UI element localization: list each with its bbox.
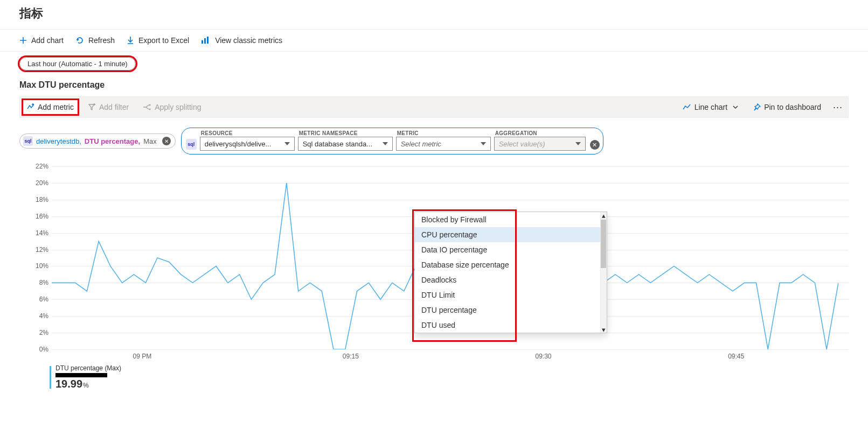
x-axis-label: 09:15 [343, 353, 359, 360]
x-axis-label: 09:30 [535, 353, 551, 360]
aggregation-value: Select value(s) [499, 140, 545, 148]
dropdown-item[interactable]: Data IO percentage [415, 242, 607, 257]
refresh-button[interactable]: Refresh [75, 36, 115, 45]
scroll-up-icon[interactable]: ▴ [601, 213, 606, 218]
main-toolbar: Add chart Refresh Export to Excel View c… [0, 30, 868, 52]
aggregation-select[interactable]: Select value(s) [494, 137, 586, 151]
add-chart-label: Add chart [31, 36, 64, 45]
resource-select[interactable]: deliverysqlsh/delive... [200, 137, 295, 151]
sql-badge-icon: sql [23, 136, 33, 146]
y-axis-label: 8% [39, 279, 48, 286]
chart-type-label: Line chart [695, 103, 727, 111]
legend: DTU percentage (Max) 19.99% [19, 364, 849, 390]
legend-label: DTU percentage (Max) [55, 364, 121, 372]
aggregation-label: AGGREGATION [494, 130, 586, 136]
line-chart-icon [683, 103, 691, 111]
y-axis-label: 18% [36, 196, 48, 203]
scroll-down-icon[interactable]: ▾ [601, 327, 606, 332]
time-range-label: Last hour (Automatic - 1 minute) [27, 60, 128, 68]
bar-chart-icon [201, 36, 211, 45]
apply-splitting-label: Apply splitting [155, 103, 201, 111]
dropdown-item[interactable]: CPU percentage [415, 227, 607, 242]
legend-unit: % [83, 382, 89, 389]
download-icon [127, 36, 134, 45]
legend-value: 19.99 [55, 378, 82, 390]
y-axis-label: 22% [36, 163, 48, 170]
pill-agg-label: Max [143, 137, 157, 145]
sql-badge-icon: sql [186, 139, 197, 150]
view-classic-metrics-button[interactable]: View classic metrics [201, 36, 282, 45]
dropdown-item[interactable]: Database size percentage [415, 257, 607, 272]
export-excel-button[interactable]: Export to Excel [127, 36, 189, 45]
view-classic-label: View classic metrics [215, 36, 282, 45]
add-metric-button[interactable]: Add metric [23, 100, 78, 114]
filter-icon [88, 103, 96, 111]
scrollbar[interactable]: ▴ ▾ [600, 212, 607, 333]
metric-label: METRIC [396, 130, 491, 136]
svg-rect-0 [202, 40, 203, 44]
add-metric-icon [27, 103, 34, 111]
time-range-pill[interactable]: Last hour (Automatic - 1 minute) [19, 57, 136, 71]
resource-label: RESOURCE [200, 130, 295, 136]
y-axis-label: 4% [39, 312, 48, 320]
apply-splitting-button[interactable]: Apply splitting [140, 101, 204, 114]
metric-config-row: sql deliverytestdb, DTU percentage, Max … [19, 128, 849, 154]
legend-redacted-bar [55, 373, 107, 377]
pin-label: Pin to dashboard [764, 103, 821, 111]
pill-db-label: deliverytestdb, [36, 137, 81, 145]
existing-metric-pill[interactable]: sql deliverytestdb, DTU percentage, Max … [19, 133, 176, 149]
chevron-down-icon [733, 106, 738, 109]
chart-type-dropdown[interactable]: Line chart [679, 101, 741, 114]
export-excel-label: Export to Excel [138, 36, 189, 45]
x-axis-label: 09 PM [133, 353, 152, 360]
x-axis-label: 09:45 [728, 353, 744, 360]
metric-toolbar: Add metric Add filter Apply splitting Li… [19, 96, 849, 118]
remove-pill-button[interactable]: ✕ [162, 137, 171, 145]
dropdown-item[interactable]: DTU percentage [415, 303, 607, 318]
dropdown-item[interactable]: DTU used [415, 318, 607, 333]
close-selector-button[interactable]: ✕ [590, 140, 600, 150]
refresh-label: Refresh [88, 36, 115, 45]
page-title: 指标 [19, 5, 849, 22]
metric-selector-group: sql RESOURCE deliverysqlsh/delive... MET… [181, 128, 603, 154]
y-axis-label: 12% [36, 246, 48, 254]
svg-point-3 [149, 104, 151, 106]
namespace-value: Sql database standa... [303, 140, 372, 148]
pin-icon [753, 103, 761, 111]
y-axis-label: 10% [36, 262, 48, 270]
add-chart-button[interactable]: Add chart [19, 36, 64, 45]
y-axis-label: 14% [36, 229, 48, 237]
dropdown-item[interactable]: Deadlocks [415, 272, 607, 287]
splitting-icon [143, 103, 151, 111]
resource-value: deliverysqlsh/delive... [205, 140, 272, 148]
dropdown-item[interactable]: DTU Limit [415, 287, 607, 303]
y-axis-label: 16% [36, 213, 48, 220]
namespace-label: METRIC NAMESPACE [298, 130, 393, 136]
svg-rect-2 [207, 37, 209, 44]
pill-metric-label: DTU percentage, [85, 137, 140, 145]
metric-value: Select metric [401, 140, 441, 148]
add-filter-label: Add filter [99, 103, 129, 111]
add-metric-label: Add metric [38, 103, 74, 111]
y-axis-label: 2% [39, 329, 48, 336]
legend-color-bar [50, 366, 51, 389]
plus-icon [19, 37, 27, 44]
dropdown-item[interactable]: Blocked by Firewall [415, 212, 607, 227]
metric-dropdown[interactable]: Blocked by FirewallCPU percentageData IO… [414, 212, 607, 333]
namespace-select[interactable]: Sql database standa... [298, 137, 393, 151]
y-axis-label: 6% [39, 296, 48, 303]
svg-rect-1 [204, 38, 206, 44]
refresh-icon [75, 36, 84, 45]
svg-point-4 [149, 109, 151, 110]
y-axis-label: 20% [36, 179, 48, 187]
add-filter-button[interactable]: Add filter [85, 101, 132, 114]
metric-select[interactable]: Select metric [396, 137, 491, 151]
pin-dashboard-button[interactable]: Pin to dashboard [750, 101, 824, 114]
scroll-thumb[interactable] [601, 220, 606, 268]
chart-title: Max DTU percentage [19, 80, 849, 90]
more-options-button[interactable]: ··· [833, 102, 843, 113]
y-axis-label: 0% [39, 346, 48, 353]
